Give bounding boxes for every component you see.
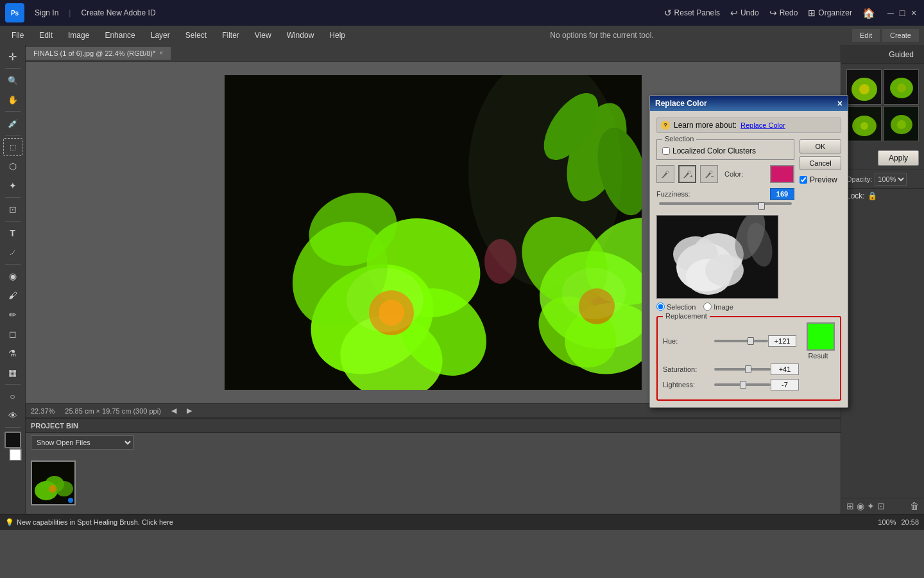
menu-select[interactable]: Select <box>179 28 213 42</box>
preview-checkbox[interactable] <box>800 176 807 184</box>
menu-enhance[interactable]: Enhance <box>98 28 141 42</box>
foreground-color-btn[interactable] <box>4 432 21 448</box>
create-tab-btn[interactable]: Create <box>882 29 919 42</box>
hand-tool-btn[interactable]: ✋ <box>3 91 22 109</box>
lasso-tool-btn[interactable]: ⬡ <box>3 157 22 175</box>
image-radio-label[interactable]: Image <box>703 302 733 311</box>
eyedropper-tool-btn[interactable]: 💉 <box>3 114 22 132</box>
home-btn[interactable]: 🏠 <box>862 7 875 19</box>
radio-row: Selection Image <box>656 302 794 311</box>
minimize-btn[interactable]: ─ <box>886 8 896 18</box>
thumb-2[interactable] <box>884 69 919 105</box>
crop-tool-btn[interactable]: ⊡ <box>3 200 22 218</box>
left-toolbar: ✛ 🔍 ✋ 💉 ⬚ ⬡ ✦ ⊡ T ⟋ ◉ 🖌 ✏ ◻ ⚗ ▦ ○ 👁 <box>0 45 26 514</box>
menu-file[interactable]: File <box>5 28 30 42</box>
close-tab-btn[interactable]: × <box>159 49 163 57</box>
edit-tab-btn[interactable]: Edit <box>852 29 880 42</box>
selection-radio[interactable] <box>656 302 665 311</box>
redo-btn[interactable]: ↪ Redo <box>769 8 798 18</box>
smudge-btn[interactable]: 👁 <box>3 407 22 425</box>
sat-row: Saturation: +41 <box>663 363 835 375</box>
bin-thumbnail-1[interactable] <box>31 460 76 505</box>
zoom-tool-btn[interactable]: 🔍 <box>3 71 22 89</box>
brush-tool-btn[interactable]: 🖌 <box>3 286 22 304</box>
system-time: 20:58 <box>901 518 919 526</box>
menu-view[interactable]: View <box>248 28 278 42</box>
canvas-tab[interactable]: FINALS (1 of 6).jpg @ 22.4% (RGB/8)* × <box>26 47 171 60</box>
thumb-3[interactable] <box>846 106 882 141</box>
eyedropper-btn-2[interactable]: + <box>678 165 696 183</box>
eraser-btn[interactable]: ◻ <box>3 325 22 343</box>
create-adobe-id-btn[interactable]: Create New Adobe ID <box>81 8 155 17</box>
apply-btn[interactable]: Apply <box>878 150 919 166</box>
dodge-burn-btn[interactable]: ○ <box>3 387 22 405</box>
color-swatch[interactable] <box>770 165 794 183</box>
opacity-label: Opacity: <box>846 175 872 183</box>
menu-window[interactable]: Window <box>280 28 321 42</box>
scroll-left[interactable]: ◀ <box>171 407 176 415</box>
tab-bar: FINALS (1 of 6).jpg @ 22.4% (RGB/8)* × <box>26 45 841 62</box>
thumb-4[interactable] <box>884 106 919 141</box>
preview-label: Preview <box>810 175 837 184</box>
show-open-select[interactable]: Show Open Files <box>31 435 133 450</box>
dialog-close-btn[interactable]: × <box>837 98 843 109</box>
result-swatch[interactable] <box>807 322 835 351</box>
trash-icon[interactable]: 🗑 <box>910 501 919 511</box>
menu-help[interactable]: Help <box>323 28 352 42</box>
selection-radio-label[interactable]: Selection <box>656 302 696 311</box>
fill-bucket-btn[interactable]: ⚗ <box>3 344 22 362</box>
cancel-btn[interactable]: Cancel <box>800 156 841 170</box>
info-text: Learn more about: <box>674 121 737 130</box>
panel-icon-4[interactable]: ⊡ <box>877 501 885 511</box>
background-color-btn[interactable] <box>9 448 22 461</box>
healing-brush-btn[interactable]: ◉ <box>3 267 22 285</box>
eyedroppers-row: + − Color: <box>656 165 794 183</box>
move-tool-btn[interactable]: ✛ <box>3 48 22 66</box>
ok-btn[interactable]: OK <box>800 139 841 153</box>
menu-layer[interactable]: Layer <box>144 28 176 42</box>
menu-edit[interactable]: Edit <box>33 28 59 42</box>
fuzziness-label: Fuzziness: <box>656 190 690 198</box>
fuzziness-value: 169 <box>770 188 794 200</box>
opacity-select[interactable]: 100% <box>875 173 907 186</box>
fuzziness-slider[interactable] <box>659 202 792 210</box>
new-layer-icon[interactable]: ⊞ <box>846 501 854 511</box>
lock-icon[interactable]: 🔒 <box>868 191 877 200</box>
hue-slider[interactable] <box>714 337 768 346</box>
scroll-right[interactable]: ▶ <box>187 407 192 415</box>
eyedropper-btn-1[interactable] <box>656 165 674 183</box>
guided-tab[interactable]: Guided <box>884 48 919 62</box>
pencil-tool-btn[interactable]: ✏ <box>3 306 22 324</box>
sat-slider[interactable] <box>714 365 771 374</box>
sat-label: Saturation: <box>663 365 714 373</box>
bottom-info-text[interactable]: New capabilities in Spot Healing Brush. … <box>17 518 447 526</box>
organizer-btn[interactable]: ⊞ Organizer <box>808 8 852 18</box>
svg-text:Ps: Ps <box>11 10 19 17</box>
learn-link[interactable]: Replace Color <box>740 121 785 129</box>
gradient-tool-btn[interactable]: ▦ <box>3 363 22 381</box>
thumb-1[interactable] <box>846 69 882 105</box>
bottom-info-icon: 💡 <box>5 518 14 527</box>
replacement-section: Replacement Hue: +121 Result <box>656 316 841 401</box>
image-radio[interactable] <box>703 302 712 311</box>
panel-icon-2[interactable]: ◉ <box>857 501 864 511</box>
localized-clusters-checkbox[interactable] <box>662 147 670 155</box>
menu-image[interactable]: Image <box>62 28 96 42</box>
shape-tool-btn[interactable]: ⟋ <box>3 243 22 261</box>
close-btn[interactable]: × <box>909 8 919 18</box>
marquee-tool-btn[interactable]: ⬚ <box>3 138 22 156</box>
sign-in-btn[interactable]: Sign In <box>35 8 58 17</box>
maximize-btn[interactable]: □ <box>897 8 907 18</box>
menu-filter[interactable]: Filter <box>216 28 246 42</box>
undo-btn[interactable]: ↩ Undo <box>730 8 759 18</box>
eyedropper-btn-3[interactable]: − <box>700 165 718 183</box>
reset-panels-btn[interactable]: ↺ Reset Panels <box>664 8 720 18</box>
magic-wand-btn[interactable]: ✦ <box>3 177 22 195</box>
light-slider[interactable] <box>714 380 771 389</box>
result-label: Result <box>808 352 828 360</box>
dialog-content: ? Learn more about: Replace Color Select… <box>650 111 848 407</box>
panel-icon-3[interactable]: ✦ <box>867 501 875 511</box>
type-tool-btn[interactable]: T <box>3 224 22 242</box>
svg-point-41 <box>666 171 669 173</box>
dialog-title-bar[interactable]: Replace Color × <box>650 96 848 111</box>
